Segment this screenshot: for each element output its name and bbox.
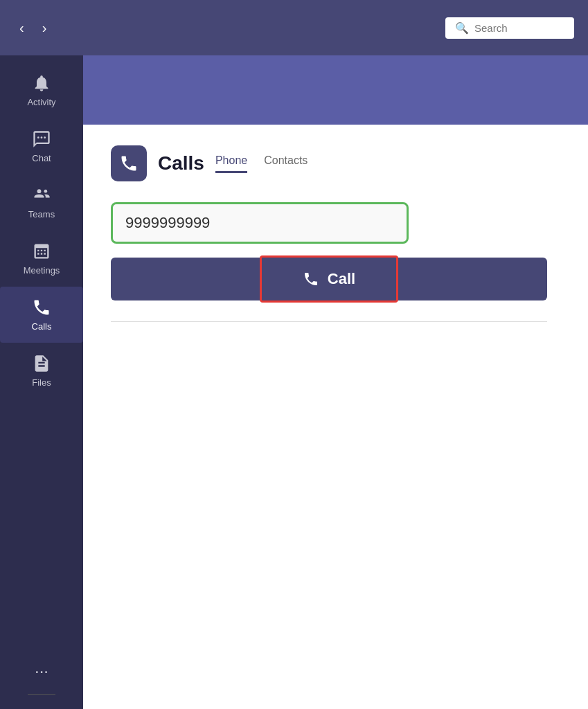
sidebar-item-label-files: Files — [32, 377, 51, 388]
sidebar-item-activity[interactable]: Activity — [0, 62, 83, 118]
tab-contacts[interactable]: Contacts — [264, 154, 308, 173]
phone-input-wrapper — [111, 202, 409, 244]
phone-input[interactable] — [125, 214, 394, 232]
calls-panel: Calls Phone Contacts — [83, 125, 588, 709]
sidebar-item-calls[interactable]: Calls — [0, 287, 83, 343]
calls-tabs: Phone Contacts — [215, 154, 308, 173]
sidebar-item-files[interactable]: Files — [0, 343, 83, 399]
phone-call-icon — [303, 271, 319, 287]
main-layout: Activity Chat Teams — [0, 55, 588, 709]
forward-button[interactable]: › — [37, 17, 53, 39]
calls-icon — [32, 298, 51, 317]
call-button-label: Call — [328, 270, 355, 288]
sidebar-item-label-chat: Chat — [32, 153, 51, 163]
files-icon — [32, 354, 51, 373]
header: ‹ › 🔍 — [0, 0, 588, 55]
content-header-band — [83, 55, 588, 125]
svg-point-1 — [41, 136, 43, 138]
sidebar-divider — [28, 694, 55, 695]
sidebar-item-meetings[interactable]: Meetings — [0, 231, 83, 287]
search-box[interactable]: 🔍 — [445, 17, 574, 39]
search-icon: 🔍 — [455, 21, 469, 35]
back-button[interactable]: ‹ — [14, 17, 30, 39]
content-divider — [111, 321, 547, 322]
sidebar-item-label-activity: Activity — [27, 97, 55, 107]
sidebar-item-label-teams: Teams — [28, 209, 55, 219]
svg-point-4 — [44, 190, 48, 193]
content-area: Calls Phone Contacts — [83, 55, 588, 709]
sidebar-item-chat[interactable]: Chat — [0, 118, 83, 174]
meetings-icon — [32, 242, 51, 261]
tab-phone[interactable]: Phone — [215, 154, 247, 173]
svg-point-0 — [37, 136, 39, 138]
call-button[interactable]: Call — [111, 258, 547, 300]
sidebar-item-label-calls: Calls — [32, 321, 52, 332]
call-button-wrapper: Call — [111, 258, 547, 300]
nav-arrows: ‹ › — [14, 17, 52, 39]
sidebar: Activity Chat Teams — [0, 55, 83, 709]
search-input[interactable] — [474, 22, 564, 34]
bell-icon — [32, 73, 51, 93]
calls-header-icon — [119, 154, 139, 173]
more-options[interactable]: ··· — [28, 654, 55, 688]
chat-icon — [32, 129, 51, 149]
phone-section: Call — [111, 202, 560, 322]
calls-icon-box — [111, 145, 147, 181]
sidebar-item-label-meetings: Meetings — [24, 265, 60, 276]
svg-point-2 — [44, 136, 46, 138]
calls-title-row: Calls Phone Contacts — [111, 145, 560, 181]
sidebar-item-teams[interactable]: Teams — [0, 174, 83, 231]
svg-point-3 — [37, 189, 42, 193]
calls-title: Calls — [158, 152, 204, 174]
teams-icon — [32, 186, 51, 205]
